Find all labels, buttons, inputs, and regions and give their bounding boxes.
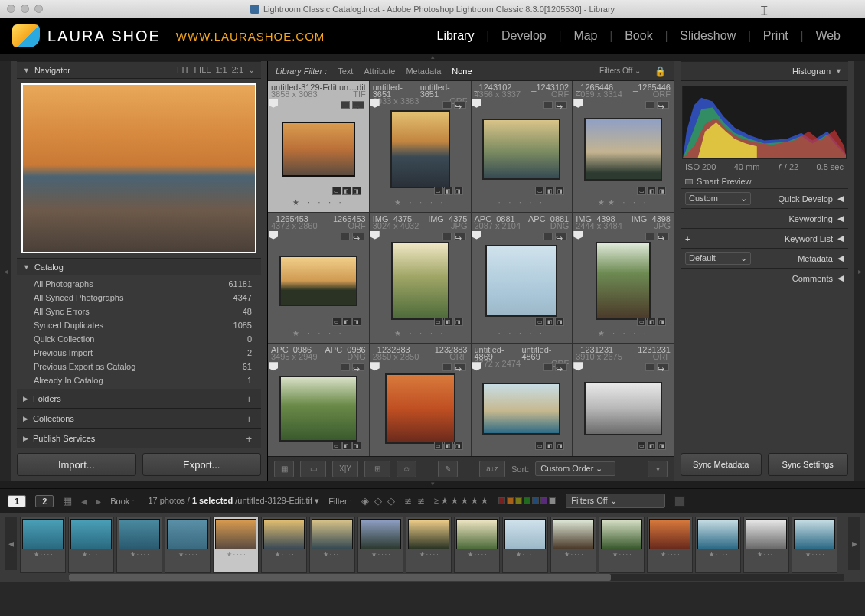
histogram[interactable] — [682, 86, 847, 159]
painter-button[interactable]: ✎ — [438, 461, 458, 477]
lock-icon[interactable]: 🔒 — [654, 66, 666, 77]
filmstrip-right-arrow[interactable]: ▸ — [848, 517, 860, 570]
close-dot[interactable] — [7, 5, 15, 13]
thumbnail[interactable] — [390, 110, 450, 188]
filmstrip-thumb[interactable]: ★ · · · · — [599, 517, 645, 573]
flag-filters[interactable]: ◈ ◇ ◇ — [361, 495, 395, 507]
sort-direction-button[interactable]: a↕z — [479, 461, 505, 477]
rating[interactable]: ★ · · · · — [271, 198, 366, 209]
rating[interactable]: ★ · · · · — [271, 329, 366, 340]
module-slideshow[interactable]: Slideshow — [668, 29, 748, 43]
thumbnail[interactable] — [584, 382, 662, 435]
filmstrip-toggle-top[interactable]: ▾ — [0, 481, 865, 488]
filmstrip-thumb[interactable]: ★ · · · · — [454, 517, 500, 573]
filmstrip-thumb[interactable]: ★ · · · · — [406, 517, 452, 573]
grid-cell[interactable]: _1265453_1265453 4372 x 2860ORF ↪ ▭◧◨ ★ … — [268, 213, 369, 344]
filmstrip-thumb[interactable]: ★ · · · · — [20, 517, 66, 573]
catalog-item[interactable]: All Synced Photographs4347 — [17, 291, 261, 305]
catalog-header[interactable]: ▼Catalog — [17, 258, 261, 275]
sync-metadata-button[interactable]: Sync Metadata — [681, 453, 762, 476]
filmstrip-thumb[interactable]: ★ · · · · — [68, 517, 114, 573]
grid-cell[interactable]: IMG_4398IMG_4398 2444 x 3484JPG ↪ ▭◧◨ ★ … — [573, 213, 674, 344]
grid-view-button[interactable]: ▦ — [274, 461, 294, 477]
footer-filter-preset[interactable]: Filters Off ⌄ — [566, 494, 665, 508]
left-panel-toggle[interactable]: ◂ — [0, 61, 11, 481]
secondary-display-button[interactable]: 2 — [35, 495, 54, 507]
right-panel-toggle[interactable]: ▸ — [854, 61, 865, 481]
top-panel-toggle[interactable]: ▴ — [0, 54, 865, 61]
panel-keywording[interactable]: Keywording◀ — [681, 208, 848, 228]
module-print[interactable]: Print — [751, 29, 801, 43]
filter-text[interactable]: Text — [338, 67, 353, 76]
panel-collections[interactable]: ▶Collections+ — [17, 409, 261, 429]
grid-cell[interactable]: untitled-3129-Editun…dit 3858 x 3083TIF … — [268, 81, 369, 212]
filter-none[interactable]: None — [452, 67, 472, 76]
thumbnail[interactable] — [584, 118, 662, 181]
sort-dropdown[interactable]: Custom Order ⌄ — [535, 461, 615, 476]
color-label-filter[interactable] — [498, 497, 557, 506]
filmstrip-thumb[interactable]: ★ · · · · — [792, 517, 837, 573]
thumbnail[interactable] — [391, 242, 449, 320]
filmstrip-thumb[interactable]: ★ · · · · — [502, 517, 548, 573]
histogram-header[interactable]: Histogram▼ — [681, 61, 848, 81]
compare-view-button[interactable]: X|Y — [332, 461, 358, 477]
rating-filter[interactable]: ≥ ★ ★ ★ ★ ★ — [434, 496, 488, 506]
thumbnail[interactable] — [482, 383, 560, 435]
grid-cell[interactable]: untitled-4869untitled-4869 3772 x 2474OR… — [472, 344, 573, 456]
grid-cell[interactable]: untitled-3651untitled-3651 3033 x 3383OR… — [370, 81, 471, 212]
module-web[interactable]: Web — [803, 29, 853, 43]
filmstrip-left-arrow[interactable]: ◂ — [5, 517, 17, 570]
filmstrip-thumb[interactable]: ★ · · · · — [213, 517, 259, 573]
panel-keyword-list[interactable]: + Keyword List◀ — [681, 228, 848, 248]
filmstrip-scrollbar[interactable] — [69, 574, 844, 581]
thumbnail[interactable] — [385, 373, 455, 444]
catalog-item[interactable]: Quick Collection0 — [17, 332, 261, 346]
nav-back-icon[interactable]: ◂ — [81, 495, 86, 507]
panel-comments[interactable]: Comments◀ — [681, 268, 848, 288]
navigator-zoom-opts[interactable]: FITFILL1:12:1⌄ — [177, 65, 255, 75]
thumbnail[interactable] — [596, 242, 651, 320]
filter-attribute[interactable]: Attribute — [364, 67, 395, 76]
grid-cell[interactable]: IMG_4375IMG_4375 3024 x 4032JPG ↪ ▭◧◨ ★ … — [370, 213, 471, 344]
min-dot[interactable] — [21, 5, 29, 13]
primary-display-button[interactable]: 1 — [8, 495, 26, 507]
panel-folders[interactable]: ▶Folders+ — [17, 389, 261, 409]
navigator-header[interactable]: ▼ Navigator FITFILL1:12:1⌄ — [17, 61, 261, 79]
grid-cell[interactable]: _1265446_1265446 4059 x 3314ORF ↪ ▭◧◨ ★★… — [573, 81, 674, 212]
sync-settings-button[interactable]: Sync Settings — [768, 453, 849, 476]
max-dot[interactable] — [34, 5, 43, 13]
filmstrip-thumb[interactable]: ★ · · · · — [647, 517, 693, 573]
catalog-item[interactable]: All Sync Errors48 — [17, 305, 261, 318]
filmstrip-thumb[interactable]: ★ · · · · — [743, 517, 789, 573]
grid-cell[interactable]: _1231231_1231231 3910 x 2675ORF ↪ ▭◧◨ — [573, 344, 674, 456]
toolbar-menu[interactable]: ▾ — [648, 461, 668, 477]
rating[interactable]: ★ · · · · — [373, 329, 468, 340]
filmstrip-thumb[interactable]: ★ · · · · — [116, 517, 162, 573]
catalog-item[interactable]: Previous Import2 — [17, 346, 261, 360]
grid-cell[interactable]: _1243102_1243102 4356 x 3337ORF ↪ ▭◧◨ · … — [472, 81, 573, 212]
rating[interactable]: ★ · · · · — [373, 198, 468, 209]
filter-metadata[interactable]: Metadata — [406, 67, 441, 76]
edit-filters[interactable]: ≢ ≢ — [404, 496, 425, 507]
quick-develop-header[interactable]: Custom⌄ Quick Develop◀ — [681, 188, 848, 208]
filters-off[interactable]: Filters Off ⌄ — [599, 67, 641, 75]
filmstrip-thumb[interactable]: ★ · · · · — [165, 517, 211, 573]
filter-lock-icon[interactable] — [674, 496, 685, 507]
grid-cell[interactable]: _1232883_1232883 2850 x 2850ORF ↪ ▭◧◨ — [370, 344, 471, 456]
grid-cell[interactable]: APC_0986APC_0986 3495 x 2949DNG ↪ ▭◧◨ — [268, 344, 369, 456]
filmstrip-thumb[interactable]: ★ · · · · — [695, 517, 741, 573]
qd-preset-dropdown[interactable]: Custom⌄ — [685, 192, 751, 205]
filmstrip-thumb[interactable]: ★ · · · · — [357, 517, 403, 573]
rating[interactable]: · · · · · — [475, 329, 570, 340]
module-library[interactable]: Library — [425, 29, 487, 43]
metadata-preset[interactable]: Default⌄ — [685, 252, 751, 265]
export-button[interactable]: Export... — [142, 453, 262, 476]
people-view-button[interactable]: ☺ — [397, 461, 416, 477]
rating[interactable]: ★★ · · · — [576, 198, 671, 209]
filmstrip-thumb[interactable]: ★ · · · · — [550, 517, 596, 573]
filmstrip-thumb[interactable]: ★ · · · · — [309, 517, 355, 573]
rating[interactable]: · · · · · — [475, 198, 570, 209]
survey-view-button[interactable]: ⊞ — [364, 461, 390, 477]
catalog-item[interactable]: Previous Export as Catalog61 — [17, 360, 261, 373]
thumbnail[interactable] — [282, 122, 355, 177]
